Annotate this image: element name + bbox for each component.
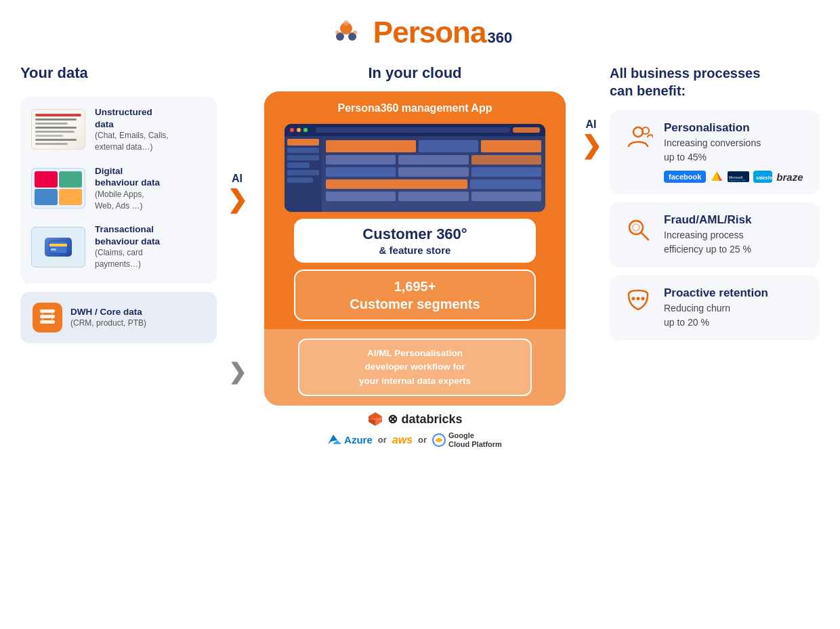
brand-super: 360 <box>487 29 512 47</box>
left-column: Your data <box>20 64 217 343</box>
benefit-section-title: All business processescan benefit: <box>610 64 820 100</box>
fraud-card: Fraud/AML/Risk Increasing processefficie… <box>610 202 820 267</box>
orange-main-card: Persona360 management App <box>264 91 566 406</box>
ai-arrow-left: AI ❯ ❯ <box>217 64 257 383</box>
unstructured-text: Unstructureddata (Chat, Emails, Calls,ex… <box>95 106 169 153</box>
header: Persona 360 <box>328 14 512 51</box>
databricks-icon <box>367 411 383 427</box>
dwh-text: DWH / Core data (CRM, product, PTB) <box>70 306 146 329</box>
svg-point-24 <box>437 438 441 442</box>
aws-badge: aws <box>392 434 413 446</box>
transactional-label: Transactionalbehaviour data <box>95 223 160 247</box>
digital-sublabel: (Mobile Apps,Web, Ads …) <box>95 189 160 212</box>
ai-label-right: AI <box>586 118 597 131</box>
svg-rect-7 <box>49 244 67 246</box>
databricks-section: ⊗ databricks Azure or aws <box>328 411 502 449</box>
aws-label: aws <box>392 434 413 446</box>
dwh-card: DWH / Core data (CRM, product, PTB) <box>20 292 217 343</box>
svg-rect-10 <box>40 315 55 318</box>
ss-body <box>285 136 545 212</box>
ai-chevron-left: ❯ <box>227 188 247 212</box>
page-wrapper: Persona 360 Your data <box>0 0 840 629</box>
svg-text:Dynamics 365: Dynamics 365 <box>729 179 747 182</box>
segments-label: Customer segments <box>350 297 480 311</box>
svg-rect-6 <box>49 241 67 253</box>
databricks-text: ⊗ databricks <box>387 412 462 427</box>
facebook-badge: facebook <box>664 171 706 183</box>
customer360-sub: & feature store <box>305 244 524 256</box>
right-column: All business processescan benefit: Perso… <box>610 64 820 341</box>
personalisation-name: Personalisation <box>664 121 803 135</box>
digital-label: Digitalbehaviour data <box>95 165 160 189</box>
retention-desc: Reducing churnup to 20 % <box>664 301 768 330</box>
ai-arrow-right-group: AI ❯ <box>581 118 602 158</box>
dwh-sublabel: (CRM, product, PTB) <box>70 318 146 329</box>
data-items-card: Unstructureddata (Chat, Emails, Calls,ex… <box>20 97 217 284</box>
gcp-icon <box>432 433 446 447</box>
dynamics-icon: Microsoft Dynamics 365 <box>728 171 749 182</box>
list-item: Unstructureddata (Chat, Emails, Calls,ex… <box>31 106 206 153</box>
salesforce-badge: salesforce <box>753 171 772 183</box>
personalisation-content: Personalisation Increasing conversionsup… <box>664 121 803 183</box>
aiml-text: AI/ML Personalisationdeveloper workflow … <box>310 347 519 388</box>
transactional-sublabel: (Claims, cardpayments…) <box>95 247 160 270</box>
azure-label: Azure <box>344 434 373 446</box>
orange-top-section: Persona360 management App <box>264 91 566 329</box>
svg-point-3 <box>343 20 349 26</box>
persona360-logo-icon <box>328 14 365 51</box>
personalisation-icon <box>622 121 654 154</box>
gcp-badge: GoogleCloud Platform <box>432 431 502 449</box>
azure-badge: Azure <box>328 434 373 446</box>
segments-text: 1,695+ Customer segments <box>306 278 523 313</box>
dwh-arrow-group: ❯ <box>228 361 247 383</box>
fraud-name: Fraud/AML/Risk <box>664 213 751 227</box>
svg-point-39 <box>642 297 645 301</box>
left-section-title: Your data <box>20 64 217 82</box>
svg-point-37 <box>632 297 635 301</box>
app-screenshot <box>285 124 545 212</box>
customer360-box: Customer 360° & feature store <box>294 219 535 263</box>
ai-arrow-group: AI ❯ <box>227 173 247 212</box>
unstructured-label: Unstructureddata <box>95 106 169 130</box>
segments-count: 1,695+ <box>394 279 436 294</box>
center-column: In your cloud Persona360 management App <box>257 64 572 449</box>
unstructured-sublabel: (Chat, Emails, Calls,external data…) <box>95 130 169 153</box>
aiml-box: AI/ML Personalisationdeveloper workflow … <box>298 339 531 396</box>
braze-badge: braze <box>776 171 803 183</box>
ai-label-left: AI <box>232 173 243 185</box>
center-section-title: In your cloud <box>368 64 461 82</box>
svg-rect-11 <box>40 320 55 324</box>
fraud-desc: Increasing processefficiency up to 25 % <box>664 228 751 257</box>
card-icon <box>45 238 72 257</box>
gcp-label: GoogleCloud Platform <box>448 431 502 449</box>
customer360-title: Customer 360° <box>305 225 524 243</box>
svg-point-25 <box>633 127 643 137</box>
digital-text: Digitalbehaviour data (Mobile Apps,Web, … <box>95 165 160 212</box>
personalisation-card: Personalisation Increasing conversionsup… <box>610 110 820 194</box>
azure-icon <box>328 435 341 446</box>
dwh-label: DWH / Core data <box>70 306 146 318</box>
svg-point-38 <box>637 297 640 301</box>
ss-dot-yellow <box>297 128 301 132</box>
dwh-icon <box>33 303 62 332</box>
list-item: Digitalbehaviour data (Mobile Apps,Web, … <box>31 165 206 212</box>
fraud-icon <box>622 213 654 246</box>
partner-row: facebook Microsoft Dynamics 365 s <box>664 170 803 183</box>
svg-line-35 <box>641 232 648 240</box>
ss-content <box>322 136 545 212</box>
retention-card: Proactive retention Reducing churnup to … <box>610 276 820 341</box>
retention-content: Proactive retention Reducing churnup to … <box>664 286 768 330</box>
retention-name: Proactive retention <box>664 286 768 300</box>
brand-name: Persona <box>373 16 486 49</box>
svg-rect-8 <box>51 248 56 251</box>
or-text-1: or <box>378 435 387 445</box>
unstructured-thumb <box>31 109 85 150</box>
databricks-logo: ⊗ databricks <box>367 411 462 427</box>
ai-chevron-right: ❯ <box>581 133 602 158</box>
svg-point-5 <box>353 30 357 35</box>
digital-thumb <box>31 168 85 209</box>
personalisation-desc: Increasing conversionsup to 45% <box>664 136 803 165</box>
svg-text:salesforce: salesforce <box>756 175 772 180</box>
orange-bottom-section: AI/ML Personalisationdeveloper workflow … <box>264 329 566 406</box>
dwh-chevron: ❯ <box>228 361 247 383</box>
